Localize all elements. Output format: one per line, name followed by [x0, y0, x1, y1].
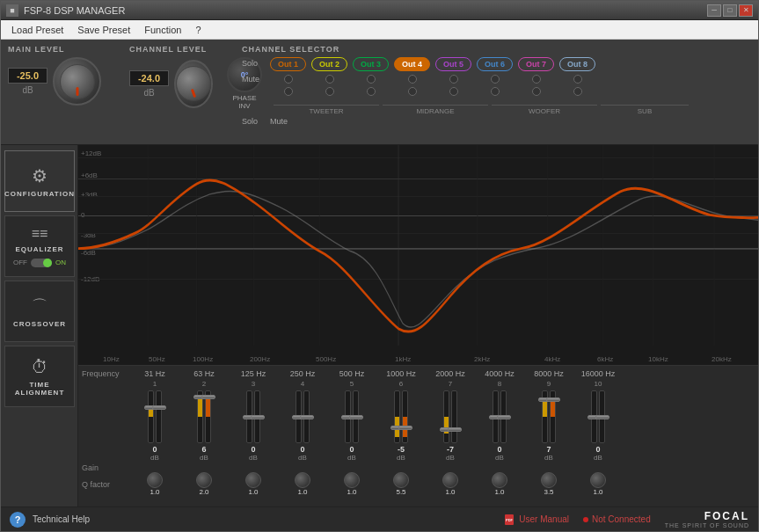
band-2-fader	[197, 388, 211, 445]
band-3-qfactor-knob[interactable]	[245, 472, 261, 488]
band-9-fader-right[interactable]	[550, 390, 556, 443]
sidebar-item-equalizer[interactable]: ≡≡ EQUALIZER OFF ON	[4, 215, 75, 277]
band-7-handle-r[interactable]	[448, 427, 462, 432]
channel-btn-out3[interactable]: Out 3	[353, 57, 389, 71]
mute-label-bottom: Mute	[270, 117, 295, 126]
band-1-handle-r[interactable]	[152, 405, 166, 410]
tech-help-text[interactable]: Technical Help	[33, 514, 90, 524]
band-2-handle-r[interactable]	[201, 395, 215, 399]
band-3-handle-r[interactable]	[251, 415, 265, 419]
band-9-handle-r[interactable]	[546, 397, 560, 402]
band-2-qfactor-knob[interactable]	[196, 472, 212, 488]
channel-btn-out5[interactable]: Out 5	[435, 57, 471, 71]
band-1-qfactor-knob[interactable]	[147, 472, 163, 488]
solo-dot-4[interactable]	[408, 75, 417, 84]
sidebar-item-crossover[interactable]: ⌒ CROSSOVER	[4, 281, 75, 342]
channel-level-section: CHANNEL LEVEL -24.0 dB 0°	[129, 45, 235, 139]
band-3-fader	[246, 388, 260, 445]
mute-dot-2[interactable]	[325, 87, 334, 96]
toggle-track[interactable]	[31, 259, 52, 267]
qfactor-row: Gain	[78, 463, 758, 472]
channel-btn-out8[interactable]: Out 8	[559, 57, 595, 71]
solo-dot-3[interactable]	[367, 75, 376, 84]
solo-dot-2[interactable]	[325, 75, 334, 84]
band-4-qfactor: 1.0	[278, 472, 327, 496]
menu-save-preset[interactable]: Save Preset	[70, 23, 137, 37]
band-4-handle-r[interactable]	[300, 415, 314, 419]
channel-level-unit: dB	[143, 88, 154, 98]
band-9-qfactor-knob[interactable]	[541, 472, 557, 488]
user-manual-link[interactable]: PDF User Manual	[503, 514, 569, 526]
band-4-qfactor-knob[interactable]	[295, 472, 310, 488]
band-10-qfactor-knob[interactable]	[590, 472, 606, 488]
channel-btn-out2[interactable]: Out 2	[311, 57, 347, 71]
middle-section: ⚙ CONFIGURATION ≡≡ EQUALIZER OFF ON ⌒	[1, 145, 758, 506]
mute-dot-1[interactable]	[284, 87, 293, 96]
channel-level-value[interactable]: -24.0	[129, 70, 169, 86]
solo-dot-8[interactable]	[573, 75, 582, 84]
band-10-fader-right[interactable]	[599, 390, 605, 443]
band-6-qfactor-knob[interactable]	[393, 472, 409, 488]
minimize-button[interactable]: ─	[707, 4, 721, 17]
band-8-fader-right[interactable]	[500, 390, 507, 443]
band-4-fader-right[interactable]	[303, 390, 310, 443]
band-4-num: 4	[301, 380, 304, 388]
band-2-fader-right[interactable]	[205, 390, 211, 443]
band-3-fader-right[interactable]	[254, 390, 260, 443]
solo-dot-1[interactable]	[284, 75, 293, 84]
solo-dot-7[interactable]	[532, 75, 541, 84]
menu-bar: Load Preset Save Preset Function ?	[1, 20, 758, 40]
band-1-fader-right[interactable]	[156, 390, 162, 443]
mute-dot-6[interactable]	[491, 87, 500, 96]
band-5-fader-right[interactable]	[353, 390, 359, 443]
channel-btn-out1[interactable]: Out 1	[270, 57, 306, 71]
maximize-button[interactable]: □	[723, 4, 737, 17]
menu-load-preset[interactable]: Load Preset	[4, 23, 70, 37]
menu-function[interactable]: Function	[137, 23, 188, 37]
band-1-fader-left[interactable]	[148, 390, 154, 443]
band-8-qfactor: 1.0	[475, 472, 524, 496]
channel-btn-out6[interactable]: Out 6	[477, 57, 513, 71]
band-6-handle-r[interactable]	[398, 426, 412, 430]
mute-dot-4[interactable]	[408, 87, 417, 96]
band-10-qfactor: 1.0	[573, 472, 623, 496]
pdf-icon: PDF	[503, 514, 515, 526]
band-8-gain: 0	[497, 445, 501, 454]
mute-dot-8[interactable]	[573, 87, 582, 96]
band-8-qfactor-knob[interactable]	[492, 472, 507, 488]
sidebar-item-time-alignment[interactable]: ⏱ TIME ALIGNMENT	[4, 346, 75, 407]
band-3-gain: 0	[251, 445, 255, 454]
help-button[interactable]: ?	[10, 512, 26, 528]
solo-dot-6[interactable]	[491, 75, 500, 84]
group-tweeter-label: TWEETER	[274, 105, 379, 115]
band-10-qfactor-val: 1.0	[593, 488, 602, 496]
channel-btn-out7[interactable]: Out 7	[518, 57, 554, 71]
band-8-freq-display: 4000 Hz	[475, 369, 524, 378]
main-level-knob[interactable]	[53, 57, 101, 106]
connection-status: Not Connected	[583, 514, 651, 524]
qfactor-col-label: Q factor	[82, 480, 130, 489]
solo-dot-5[interactable]	[449, 75, 458, 84]
sidebar-item-configuration[interactable]: ⚙ CONFIGURATION	[4, 150, 75, 212]
band-7-qfactor-knob[interactable]	[442, 472, 458, 488]
band-7-fader-right[interactable]	[451, 390, 457, 443]
band-6-fader-left[interactable]	[394, 390, 400, 443]
band-7-fader-left[interactable]	[443, 390, 449, 443]
band-5-qfactor-knob[interactable]	[344, 472, 360, 488]
channel-level-knob[interactable]	[174, 60, 213, 108]
band-2-num: 2	[202, 380, 206, 388]
band-10-handle-r[interactable]	[595, 415, 609, 419]
band-5-handle-r[interactable]	[349, 415, 363, 419]
close-button[interactable]: ✕	[739, 4, 753, 17]
mute-dot-5[interactable]	[449, 87, 458, 96]
equalizer-toggle[interactable]: OFF ON	[13, 259, 66, 267]
mute-dot-3[interactable]	[367, 87, 376, 96]
menu-help[interactable]: ?	[188, 23, 208, 37]
channel-btn-out4[interactable]: Out 4	[394, 57, 430, 71]
band-6-fader-right[interactable]	[402, 390, 408, 443]
mute-dot-7[interactable]	[532, 87, 541, 96]
band-8-handle-r[interactable]	[497, 415, 511, 419]
main-level-value[interactable]: -25.0	[8, 68, 47, 84]
band-6-db: dB	[397, 454, 405, 462]
configuration-icon: ⚙	[32, 165, 47, 186]
